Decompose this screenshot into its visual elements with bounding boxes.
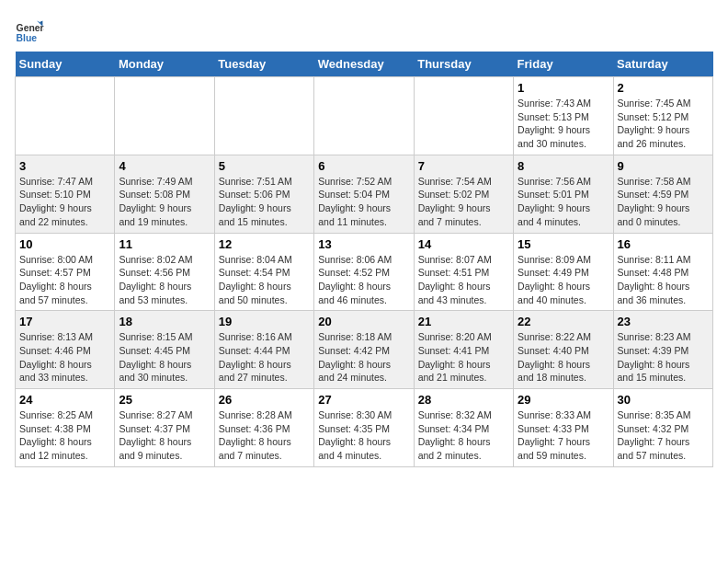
calendar-cell: 21Sunrise: 8:20 AM Sunset: 4:41 PM Dayli… [414,311,513,389]
calendar-cell: 24Sunrise: 8:25 AM Sunset: 4:38 PM Dayli… [16,389,115,467]
day-number: 22 [518,315,609,328]
day-number: 21 [418,315,509,328]
svg-text:General: General [17,23,44,33]
calendar-cell [115,77,214,155]
calendar-cell: 22Sunrise: 8:22 AM Sunset: 4:40 PM Dayli… [514,311,613,389]
day-number: 12 [219,237,310,251]
day-number: 18 [119,315,210,328]
calendar-cell: 6Sunrise: 7:52 AM Sunset: 5:04 PM Daylig… [314,155,414,233]
day-of-week-header: Monday [115,52,214,77]
day-detail: Sunrise: 8:30 AM Sunset: 4:35 PM Dayligh… [318,408,409,463]
day-number: 1 [518,81,609,95]
day-number: 3 [19,159,110,173]
calendar-cell [414,77,513,155]
calendar-cell [214,77,313,155]
day-detail: Sunrise: 8:22 AM Sunset: 4:40 PM Dayligh… [518,330,609,385]
day-number: 13 [318,237,409,251]
day-detail: Sunrise: 8:02 AM Sunset: 4:56 PM Dayligh… [119,253,210,307]
day-detail: Sunrise: 8:04 AM Sunset: 4:54 PM Dayligh… [219,253,310,307]
day-number: 28 [418,393,509,407]
calendar-cell: 19Sunrise: 8:16 AM Sunset: 4:44 PM Dayli… [214,311,313,389]
calendar-week-row: 24Sunrise: 8:25 AM Sunset: 4:38 PM Dayli… [16,389,713,467]
day-number: 9 [618,159,709,173]
day-detail: Sunrise: 8:25 AM Sunset: 4:38 PM Dayligh… [19,408,110,463]
calendar-cell: 1Sunrise: 7:43 AM Sunset: 5:13 PM Daylig… [514,77,613,155]
day-number: 8 [518,159,609,173]
calendar-cell: 25Sunrise: 8:27 AM Sunset: 4:37 PM Dayli… [115,389,214,467]
day-number: 4 [119,159,210,173]
day-number: 24 [19,393,110,407]
day-of-week-header: Wednesday [314,52,414,77]
calendar-cell: 14Sunrise: 8:07 AM Sunset: 4:51 PM Dayli… [414,233,513,311]
calendar-cell [314,77,414,155]
day-number: 17 [19,315,110,328]
calendar-cell: 8Sunrise: 7:56 AM Sunset: 5:01 PM Daylig… [514,155,613,233]
day-number: 16 [618,237,709,251]
day-detail: Sunrise: 8:09 AM Sunset: 4:49 PM Dayligh… [518,253,609,307]
day-number: 15 [518,237,609,251]
calendar-table: SundayMondayTuesdayWednesdayThursdayFrid… [15,52,713,467]
calendar-cell: 2Sunrise: 7:45 AM Sunset: 5:12 PM Daylig… [613,77,712,155]
day-of-week-header: Friday [514,52,613,77]
calendar-cell: 15Sunrise: 8:09 AM Sunset: 4:49 PM Dayli… [514,233,613,311]
day-of-week-header: Tuesday [214,52,313,77]
day-detail: Sunrise: 8:13 AM Sunset: 4:46 PM Dayligh… [19,330,110,385]
calendar-cell: 9Sunrise: 7:58 AM Sunset: 4:59 PM Daylig… [613,155,712,233]
calendar-cell [16,77,115,155]
day-detail: Sunrise: 7:54 AM Sunset: 5:02 PM Dayligh… [418,175,509,229]
day-number: 14 [418,237,509,251]
day-detail: Sunrise: 8:35 AM Sunset: 4:32 PM Dayligh… [618,408,709,463]
logo: General Blue [15,15,44,44]
calendar-cell: 30Sunrise: 8:35 AM Sunset: 4:32 PM Dayli… [613,389,712,467]
calendar-cell: 29Sunrise: 8:33 AM Sunset: 4:33 PM Dayli… [514,389,613,467]
day-of-week-header: Thursday [414,52,513,77]
calendar-body: 1Sunrise: 7:43 AM Sunset: 5:13 PM Daylig… [16,77,713,467]
day-detail: Sunrise: 7:51 AM Sunset: 5:06 PM Dayligh… [219,175,310,229]
calendar-week-row: 10Sunrise: 8:00 AM Sunset: 4:57 PM Dayli… [16,233,713,311]
day-detail: Sunrise: 8:00 AM Sunset: 4:57 PM Dayligh… [19,253,110,307]
day-detail: Sunrise: 7:58 AM Sunset: 4:59 PM Dayligh… [618,175,709,229]
day-number: 26 [219,393,310,407]
day-detail: Sunrise: 8:27 AM Sunset: 4:37 PM Dayligh… [119,408,210,463]
day-number: 23 [618,315,709,328]
day-detail: Sunrise: 8:32 AM Sunset: 4:34 PM Dayligh… [418,408,509,463]
day-detail: Sunrise: 7:52 AM Sunset: 5:04 PM Dayligh… [318,175,409,229]
calendar-cell: 7Sunrise: 7:54 AM Sunset: 5:02 PM Daylig… [414,155,513,233]
calendar-cell: 10Sunrise: 8:00 AM Sunset: 4:57 PM Dayli… [16,233,115,311]
calendar-week-row: 1Sunrise: 7:43 AM Sunset: 5:13 PM Daylig… [16,77,713,155]
day-number: 7 [418,159,509,173]
day-number: 20 [318,315,409,328]
calendar-cell: 28Sunrise: 8:32 AM Sunset: 4:34 PM Dayli… [414,389,513,467]
day-number: 11 [119,237,210,251]
header: General Blue [15,15,713,44]
day-detail: Sunrise: 7:43 AM Sunset: 5:13 PM Dayligh… [518,97,609,151]
day-of-week-header: Sunday [16,52,115,77]
calendar-cell: 23Sunrise: 8:23 AM Sunset: 4:39 PM Dayli… [613,311,712,389]
day-number: 5 [219,159,310,173]
day-number: 29 [518,393,609,407]
day-number: 6 [318,159,409,173]
day-detail: Sunrise: 8:20 AM Sunset: 4:41 PM Dayligh… [418,330,509,385]
calendar-cell: 16Sunrise: 8:11 AM Sunset: 4:48 PM Dayli… [613,233,712,311]
day-detail: Sunrise: 7:47 AM Sunset: 5:10 PM Dayligh… [19,175,110,229]
calendar-cell: 12Sunrise: 8:04 AM Sunset: 4:54 PM Dayli… [214,233,313,311]
day-number: 10 [19,237,110,251]
day-detail: Sunrise: 8:07 AM Sunset: 4:51 PM Dayligh… [418,253,509,307]
calendar-cell: 11Sunrise: 8:02 AM Sunset: 4:56 PM Dayli… [115,233,214,311]
day-detail: Sunrise: 7:45 AM Sunset: 5:12 PM Dayligh… [618,97,709,151]
calendar-week-row: 3Sunrise: 7:47 AM Sunset: 5:10 PM Daylig… [16,155,713,233]
calendar-cell: 27Sunrise: 8:30 AM Sunset: 4:35 PM Dayli… [314,389,414,467]
calendar-cell: 13Sunrise: 8:06 AM Sunset: 4:52 PM Dayli… [314,233,414,311]
day-detail: Sunrise: 8:11 AM Sunset: 4:48 PM Dayligh… [618,253,709,307]
day-detail: Sunrise: 7:49 AM Sunset: 5:08 PM Dayligh… [119,175,210,229]
day-of-week-header: Saturday [613,52,712,77]
day-number: 2 [618,81,709,95]
day-number: 25 [119,393,210,407]
day-detail: Sunrise: 8:28 AM Sunset: 4:36 PM Dayligh… [219,408,310,463]
calendar-cell: 5Sunrise: 7:51 AM Sunset: 5:06 PM Daylig… [214,155,313,233]
calendar-header-row: SundayMondayTuesdayWednesdayThursdayFrid… [16,52,713,77]
day-detail: Sunrise: 8:33 AM Sunset: 4:33 PM Dayligh… [518,408,609,463]
day-number: 30 [618,393,709,407]
day-number: 27 [318,393,409,407]
day-number: 19 [219,315,310,328]
